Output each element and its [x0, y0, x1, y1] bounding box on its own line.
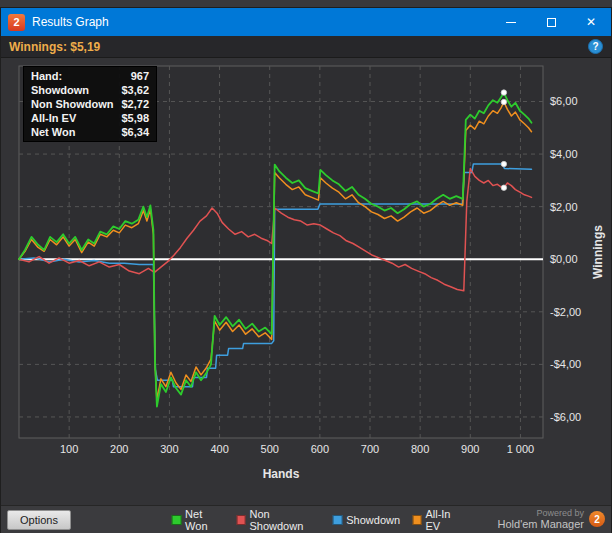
titlebar: 2 Results Graph ✕ [1, 8, 611, 36]
maximize-icon [547, 18, 556, 27]
legend-swatch [172, 515, 181, 525]
x-tick-label: 200 [110, 443, 128, 455]
brand-name: Hold'em Manager [498, 518, 584, 530]
tooltip-row: Non Showdown$2,72 [24, 97, 156, 111]
options-button[interactable]: Options [7, 510, 71, 530]
y-tick-label: $2,00 [550, 201, 578, 213]
results-graph-window: 2 Results Graph ✕ Winnings: $5,19 ? 1002… [0, 8, 612, 533]
window-title: Results Graph [32, 15, 109, 29]
chart-legend: Net WonNon ShowdownShowdownAll-In EV [172, 508, 465, 532]
x-tick-label: 900 [461, 443, 479, 455]
hover-marker [501, 161, 506, 166]
winnings-total: Winnings: $5,19 [9, 40, 100, 54]
powered-by-text: Powered by Hold'em Manager [498, 509, 584, 531]
legend-item[interactable]: Showdown [332, 514, 400, 526]
tooltip-row: Net Won$6,34 [24, 125, 156, 139]
y-tick-label: -$6,00 [550, 411, 581, 423]
x-tick-label: 400 [210, 443, 228, 455]
tooltip-label: Hand: [31, 70, 62, 82]
screen: 2 Results Graph ✕ Winnings: $5,19 ? 1002… [0, 0, 612, 533]
window-controls: ✕ [491, 8, 611, 36]
tooltip-row: All-In EV$5,98 [24, 111, 156, 125]
hm2-badge-icon: 2 [589, 511, 605, 527]
x-tick-label: 700 [361, 443, 379, 455]
legend-item[interactable]: Non Showdown [236, 508, 320, 532]
tooltip-value: $6,34 [121, 126, 149, 138]
x-tick-label: 300 [160, 443, 178, 455]
legend-label: Net Won [185, 508, 224, 532]
tooltip-value: 967 [131, 70, 149, 82]
x-axis-title: Hands [263, 467, 300, 481]
powered-by-label: Powered by [498, 509, 584, 519]
y-tick-label: $0,00 [550, 253, 578, 265]
tooltip-label: Showdown [31, 84, 89, 96]
minimize-icon [506, 22, 516, 23]
x-tick-label: 600 [311, 443, 329, 455]
tooltip-label: All-In EV [31, 112, 76, 124]
tooltip-row: Hand:967 [24, 69, 156, 83]
background-window-strip [0, 0, 612, 8]
x-tick-label: 500 [261, 443, 279, 455]
help-icon[interactable]: ? [588, 39, 603, 54]
y-tick-label: -$4,00 [550, 358, 581, 370]
tooltip-value: $3,62 [121, 84, 149, 96]
legend-swatch [332, 515, 342, 525]
footer-bar: Options Net WonNon ShowdownShowdownAll-I… [1, 505, 611, 533]
close-icon: ✕ [586, 16, 596, 28]
y-tick-label: $4,00 [550, 148, 578, 160]
legend-label: All-In EV [425, 508, 464, 532]
tooltip-value: $5,98 [121, 112, 149, 124]
tooltip-label: Non Showdown [31, 98, 113, 110]
hover-marker [501, 185, 506, 190]
y-tick-label: -$2,00 [550, 306, 581, 318]
x-tick-label: 800 [411, 443, 429, 455]
y-tick-label: $6,00 [550, 95, 578, 107]
tooltip-value: $2,72 [121, 98, 149, 110]
legend-swatch [412, 515, 421, 525]
legend-swatch [236, 515, 245, 525]
legend-item[interactable]: All-In EV [412, 508, 465, 532]
tooltip-label: Net Won [31, 126, 75, 138]
maximize-button[interactable] [531, 8, 571, 36]
hm2-logo-icon: 2 [8, 14, 25, 31]
chart-tooltip: Hand:967Showdown$3,62Non Showdown$2,72Al… [23, 66, 157, 142]
winnings-bar: Winnings: $5,19 ? [1, 36, 611, 58]
legend-label: Non Showdown [249, 508, 320, 532]
minimize-button[interactable] [491, 8, 531, 36]
y-axis-title: Winnings [591, 225, 605, 279]
legend-label: Showdown [346, 514, 400, 526]
tooltip-row: Showdown$3,62 [24, 83, 156, 97]
hover-marker [501, 99, 506, 104]
powered-by: Powered by Hold'em Manager 2 [498, 509, 605, 531]
hover-marker [501, 90, 506, 95]
close-button[interactable]: ✕ [571, 8, 611, 36]
legend-item[interactable]: Net Won [172, 508, 224, 532]
x-tick-label: 1 000 [507, 443, 535, 455]
chart-region: 1002003004005006007008009001 000$6,00$4,… [1, 58, 611, 505]
x-tick-label: 100 [60, 443, 78, 455]
